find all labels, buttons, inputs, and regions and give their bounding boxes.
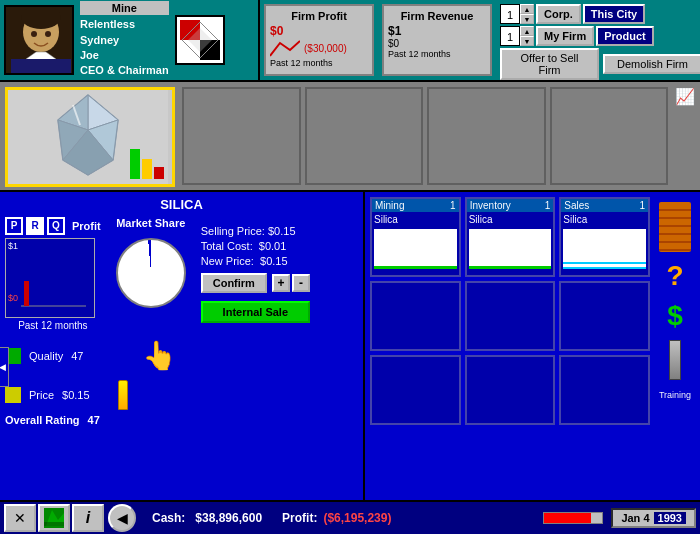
p-button[interactable]: P: [5, 217, 23, 235]
help-icon[interactable]: ?: [666, 260, 683, 292]
sales-header: Sales 1: [561, 199, 648, 212]
product-button[interactable]: Product: [596, 26, 654, 46]
minus-button[interactable]: -: [292, 274, 310, 292]
product-image: [5, 87, 175, 187]
overall-value: 47: [88, 414, 100, 426]
firm-counter-up[interactable]: ▲: [520, 4, 534, 14]
top-bar: Mine Relentless Sydney Joe CEO & Chairma…: [0, 0, 700, 82]
dollar-icon[interactable]: $: [667, 300, 683, 332]
svg-point-3: [31, 31, 37, 37]
firm-profit-change: ($30,000): [304, 43, 347, 54]
bottom-bar: ✕ i ◀ Cash: $38,896,600 Profit: ($6,195,…: [0, 500, 700, 534]
myfirm-counter-down[interactable]: ▼: [520, 36, 534, 46]
firm-profit-period: Past 12 months: [270, 58, 368, 68]
grid-cell-9: [559, 355, 650, 425]
info-tool-button[interactable]: i: [72, 504, 104, 532]
demolish-button[interactable]: Demolish Firm: [603, 54, 700, 74]
bar-green: [130, 149, 140, 179]
profit-chart-label: Profit: [72, 220, 101, 232]
this-city-button[interactable]: This City: [583, 4, 645, 24]
wood-stack-icon[interactable]: [659, 202, 691, 252]
pie-circle: [116, 238, 186, 308]
price-info-section: Selling Price: $0.15 Total Cost: $0.01 N…: [201, 217, 310, 331]
product-slot-3: [305, 87, 424, 185]
cash-value: $38,896,600: [195, 511, 262, 525]
right-panel: Mining 1 Silica Inventory 1 Silica: [365, 192, 700, 534]
profile-name: Relentless Sydney Joe CEO & Chairman: [80, 17, 169, 79]
product-slot-5: [550, 87, 669, 185]
market-share-label: Market Share: [116, 217, 185, 229]
mining-header: Mining 1: [372, 199, 459, 212]
grid-cell-8: [465, 355, 556, 425]
overall-rating-row: Overall Rating 47: [5, 414, 358, 426]
profile-title: Mine: [80, 1, 169, 15]
mining-product: Silica: [372, 212, 459, 227]
quality-label: Quality: [29, 350, 63, 362]
firm-profit-section: Firm Profit $0 ($30,000) Past 12 months: [264, 4, 374, 76]
hand-pointer-icon[interactable]: 👆: [142, 339, 177, 372]
svg-rect-20: [6, 251, 92, 311]
mining-cell: Mining 1 Silica: [370, 197, 461, 277]
selling-price-row: Selling Price: $0.15: [201, 225, 310, 237]
q-button[interactable]: Q: [47, 217, 65, 235]
left-nav-arrow[interactable]: ◀: [0, 347, 9, 387]
offer-sell-button[interactable]: Offer to Sell Firm: [500, 48, 599, 80]
firm-spinbox-buttons: ▲ ▼: [520, 4, 534, 24]
myfirm-counter-val: 1: [500, 26, 520, 46]
company-logo: [175, 15, 225, 65]
internal-sale-button[interactable]: Internal Sale: [201, 301, 310, 323]
inventory-cell: Inventory 1 Silica: [465, 197, 556, 277]
price-row: Price $0.15: [5, 380, 358, 410]
close-tool-button[interactable]: ✕: [4, 504, 36, 532]
profit-chart: $1 $0: [5, 238, 95, 318]
pie-chart: [111, 233, 191, 313]
grid-area: Mining 1 Silica Inventory 1 Silica: [370, 197, 650, 534]
grid-cell-5: [465, 281, 556, 351]
profile-section: Mine Relentless Sydney Joe CEO & Chairma…: [0, 0, 260, 80]
bottom-tools: ✕ i ◀: [0, 502, 142, 534]
date-display: Jan 4 1993: [611, 508, 696, 528]
sales-cell: Sales 1 Silica: [559, 197, 650, 277]
confirm-row: Confirm + -: [201, 273, 310, 293]
plus-button[interactable]: +: [272, 274, 290, 292]
pm-buttons: + -: [272, 274, 310, 292]
firm-counter-down[interactable]: ▼: [520, 14, 534, 24]
profile-info: Mine Relentless Sydney Joe CEO & Chairma…: [80, 1, 169, 79]
nav-controls: 1 ▲ ▼ Corp. This City 1 ▲ ▼ My Firm Prod…: [496, 0, 700, 80]
grid-row-2: [370, 281, 650, 351]
bar-red: [154, 167, 164, 179]
training-label: Training: [659, 390, 691, 400]
grid-cell-7: [370, 355, 461, 425]
prq-buttons: P R Q Profit: [5, 217, 101, 235]
main-content: ◀ SILICA P R Q Profit $1: [0, 192, 700, 534]
firm-spinbox[interactable]: 1 ▲ ▼: [500, 4, 534, 24]
corp-button[interactable]: Corp.: [536, 4, 581, 24]
sales-product: Silica: [561, 212, 648, 227]
firm-revenue-title: Firm Revenue: [388, 10, 486, 22]
right-icons-column: ? $ Training: [655, 197, 695, 534]
map-tool-button[interactable]: [38, 504, 70, 532]
firm-revenue-section: Firm Revenue $1 $0 Past 12 months: [382, 4, 492, 76]
grid-cell-4: [370, 281, 461, 351]
inventory-chart: [469, 229, 552, 269]
inventory-product: Silica: [467, 212, 554, 227]
cash-label: Cash:: [152, 511, 185, 525]
price-indicator: [5, 387, 21, 403]
progress-area: [391, 512, 607, 524]
myfirm-counter-up[interactable]: ▲: [520, 26, 534, 36]
svg-rect-5: [11, 59, 71, 75]
confirm-button[interactable]: Confirm: [201, 273, 267, 293]
my-firm-button[interactable]: My Firm: [536, 26, 594, 46]
quality-value: 47: [71, 350, 83, 362]
grid-cell-6: [559, 281, 650, 351]
r-button[interactable]: R: [26, 217, 44, 235]
vertical-scrollbar[interactable]: [669, 340, 681, 380]
myfirm-spinbox[interactable]: 1 ▲ ▼: [500, 26, 534, 46]
silica-title: SILICA: [5, 197, 358, 212]
profit-label: Profit:: [282, 511, 317, 525]
new-price-row: New Price: $0.15: [201, 255, 310, 267]
quality-row: Quality 47 👆: [5, 339, 358, 372]
back-button[interactable]: ◀: [108, 504, 136, 532]
price-label: Price: [29, 389, 54, 401]
chart-bot-val: $0: [8, 293, 18, 303]
